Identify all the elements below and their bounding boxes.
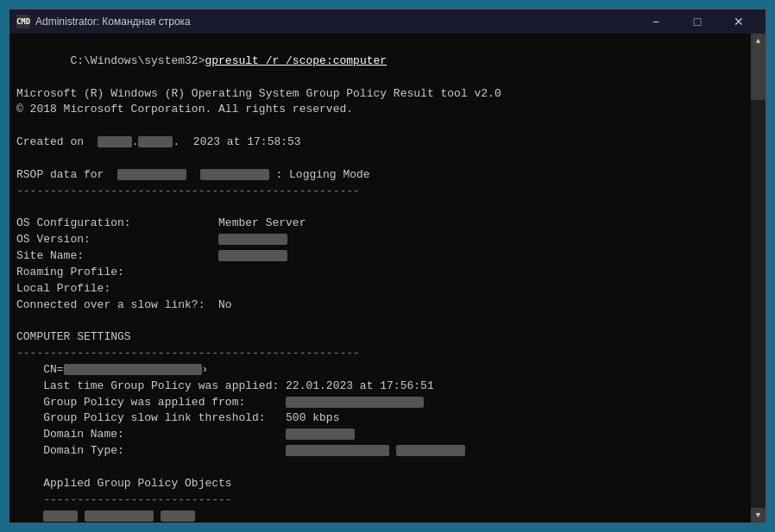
- output-line-cn: CN= ›: [16, 362, 744, 379]
- blurred-machine: [200, 169, 269, 180]
- output-line-lastgp: Last time Group Policy was applied: 22.0…: [16, 379, 744, 395]
- output-line-6: RSOP data for : Logging Mode: [16, 167, 744, 184]
- blurred-domtype2: [396, 445, 465, 456]
- applied-gpo-header: Applied Group Policy Objects: [16, 476, 744, 492]
- minimize-button[interactable]: −: [636, 9, 676, 34]
- title-bar: CMD Administrator: Командная строка − □ …: [9, 9, 766, 34]
- output-line-10: OS Version:: [16, 232, 744, 248]
- terminal-output[interactable]: C:\Windows\system32>gpresult /r /scope:c…: [9, 34, 751, 523]
- blurred-date-day: [98, 136, 132, 147]
- blurred-gpo1c: [161, 510, 195, 522]
- output-line-domtype: Domain Type:: [16, 443, 744, 460]
- window-icon: CMD: [16, 15, 30, 28]
- output-line-3: [16, 118, 744, 135]
- output-line-gpfrom: Group Policy was applied from:: [16, 395, 744, 411]
- blurred-osver: [218, 234, 287, 245]
- window-title: Administrator: Командная строка: [35, 16, 636, 28]
- output-line-1: Microsoft (R) Windows (R) Operating Syst…: [16, 86, 744, 103]
- command-line: C:\Windows\system32>gpresult /r /scope:c…: [16, 37, 744, 86]
- separator-1: ----------------------------------------…: [16, 184, 744, 200]
- output-line-13: Local Profile:: [16, 281, 744, 297]
- separator-2: ----------------------------------------…: [16, 346, 744, 362]
- scrollbar-thumb[interactable]: [751, 48, 766, 100]
- output-line-blank1: [16, 460, 744, 476]
- prompt: C:\Windows\system32>: [70, 54, 205, 67]
- output-line-9: OS Configuration: Member Server: [16, 216, 744, 232]
- blurred-domain: [286, 429, 355, 440]
- scrollbar-down[interactable]: ▼: [751, 508, 766, 523]
- content-area: C:\Windows\system32>gpresult /r /scope:c…: [9, 34, 766, 523]
- blurred-cn: [64, 364, 202, 375]
- scrollbar-track[interactable]: [751, 48, 766, 508]
- blurred-date-mon: [138, 136, 173, 147]
- blurred-user: [117, 169, 186, 180]
- window-controls: − □ ✕: [636, 9, 759, 34]
- output-line-15: [16, 313, 744, 329]
- scrollbar[interactable]: ▲ ▼: [751, 34, 766, 523]
- output-line-domain: Domain Name:: [16, 427, 744, 443]
- output-line-5: [16, 151, 744, 167]
- output-line-12: Roaming Profile:: [16, 265, 744, 281]
- output-gpo-1: [16, 508, 744, 523]
- blurred-domtype: [286, 445, 389, 456]
- output-line-14: Connected over a slow link?: No: [16, 297, 744, 314]
- blurred-site: [218, 250, 287, 261]
- command-input: gpresult /r /scope:computer: [205, 54, 387, 67]
- close-button[interactable]: ✕: [719, 9, 759, 34]
- scrollbar-up[interactable]: ▲: [751, 34, 766, 48]
- computer-settings-header: COMPUTER SETTINGS: [16, 329, 744, 346]
- output-line-gpthresh: Group Policy slow link threshold: 500 kb…: [16, 410, 744, 427]
- blurred-gpo1a: [43, 510, 78, 522]
- output-line-4: Created on . . 2023 at 17:58:53: [16, 135, 744, 151]
- output-line-2: © 2018 Microsoft Corporation. All rights…: [16, 102, 744, 118]
- maximize-button[interactable]: □: [677, 9, 717, 34]
- cmd-window: CMD Administrator: Командная строка − □ …: [9, 9, 766, 523]
- separator-3: ----------------------------: [16, 492, 744, 509]
- blurred-gpo1b: [85, 510, 154, 522]
- output-line-8: [16, 199, 744, 216]
- output-line-11: Site Name:: [16, 248, 744, 265]
- blurred-gpfrom: [286, 397, 424, 408]
